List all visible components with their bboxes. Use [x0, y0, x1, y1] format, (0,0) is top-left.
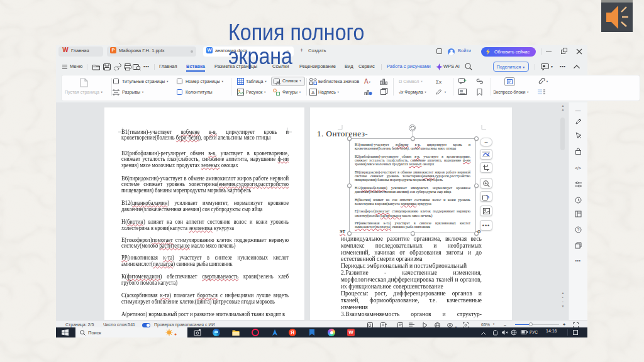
svg-text:А: А	[311, 90, 315, 96]
svg-text:?: ?	[577, 228, 579, 232]
